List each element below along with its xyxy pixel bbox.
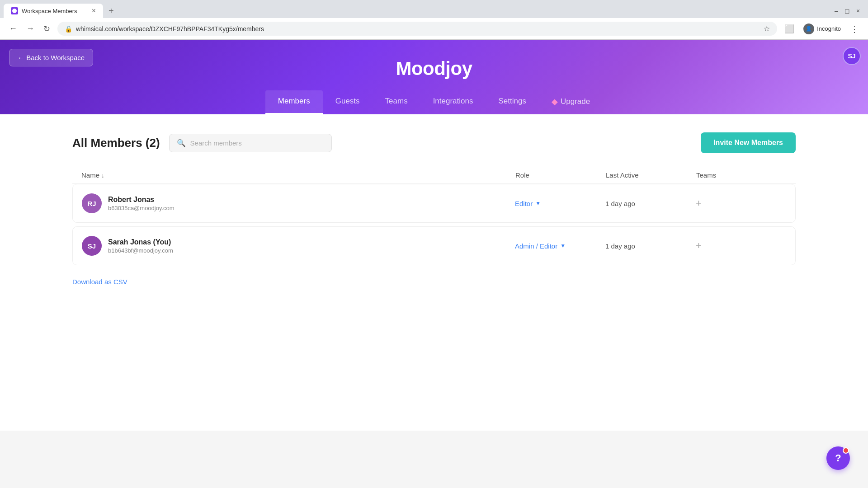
- tab-bar: Workspace Members × + – ◻ ×: [0, 0, 868, 18]
- back-label: ← Back to Workspace: [18, 54, 85, 61]
- forward-button[interactable]: →: [24, 22, 36, 35]
- search-box[interactable]: 🔍: [169, 134, 332, 152]
- upgrade-label: Upgrade: [561, 97, 590, 106]
- invite-new-members-button[interactable]: Invite New Members: [701, 132, 796, 153]
- member-name-sj: Sarah Jonas (You): [108, 238, 173, 246]
- help-button[interactable]: ?: [826, 446, 850, 470]
- header: ← Back to Workspace SJ Moodjoy Members G…: [0, 40, 868, 114]
- members-title: All Members (2): [72, 136, 160, 150]
- minimize-button[interactable]: –: [832, 6, 841, 15]
- active-tab[interactable]: Workspace Members ×: [4, 4, 103, 18]
- col-header-last-active: Last Active: [606, 171, 696, 179]
- help-label: ?: [835, 452, 841, 464]
- tab-guests[interactable]: Guests: [323, 90, 373, 114]
- avatar-initials-rj: RJ: [87, 200, 96, 207]
- avatar-sj: SJ: [82, 236, 102, 256]
- member-last-active-rj: 1 day ago: [605, 200, 696, 207]
- incognito-icon: 👤: [803, 23, 814, 34]
- reload-button[interactable]: ↻: [42, 22, 52, 36]
- workspace-title: Moodjoy: [0, 40, 868, 80]
- diamond-icon: ◆: [552, 97, 558, 107]
- tab-members[interactable]: Members: [265, 90, 323, 114]
- tab-close-button[interactable]: ×: [92, 7, 96, 14]
- member-email-sj: b1b643bf@moodjoy.com: [108, 247, 173, 254]
- add-team-button-rj[interactable]: +: [696, 197, 702, 209]
- table-header: Name ↓ Role Last Active Teams: [72, 167, 796, 184]
- download-csv-link[interactable]: Download as CSV: [72, 278, 127, 286]
- member-role-sj[interactable]: Admin / Editor ▼: [515, 242, 605, 250]
- nav-tabs: Members Guests Teams Integrations Settin…: [0, 80, 868, 114]
- restore-button[interactable]: ◻: [843, 6, 852, 15]
- user-avatar-top[interactable]: SJ: [843, 47, 861, 65]
- member-email-rj: b63035ca@moodjoy.com: [108, 205, 175, 211]
- member-last-active-sj: 1 day ago: [605, 242, 696, 250]
- lock-icon: 🔒: [65, 25, 72, 33]
- reader-mode-button[interactable]: ⬜: [783, 22, 796, 36]
- tab-teams[interactable]: Teams: [373, 90, 420, 114]
- tab-integrations[interactable]: Integrations: [420, 90, 486, 114]
- url-text: whimsical.com/workspace/DZXCHF97hBPPAF34…: [76, 25, 760, 33]
- browser-menu-button[interactable]: ⋮: [848, 22, 861, 36]
- help-notification-badge: [843, 447, 849, 454]
- new-tab-button[interactable]: +: [105, 4, 118, 18]
- member-details-rj: Robert Jonas b63035ca@moodjoy.com: [108, 196, 175, 211]
- col-name-label: Name: [81, 171, 99, 179]
- search-input[interactable]: [190, 139, 324, 147]
- incognito-button[interactable]: 👤 Incognito: [800, 22, 844, 36]
- table-row: SJ Sarah Jonas (You) b1b643bf@moodjoy.co…: [72, 226, 796, 265]
- col-role-label: Role: [515, 171, 529, 179]
- role-label-sj: Admin / Editor: [515, 242, 557, 250]
- col-header-teams: Teams: [696, 171, 787, 179]
- table-row: RJ Robert Jonas b63035ca@moodjoy.com Edi…: [72, 184, 796, 223]
- incognito-label: Incognito: [817, 25, 841, 32]
- back-to-workspace-button[interactable]: ← Back to Workspace: [9, 49, 93, 66]
- member-name-rj: Robert Jonas: [108, 196, 175, 204]
- browser-chrome: Workspace Members × + – ◻ × ← → ↻ 🔒 whim…: [0, 0, 868, 40]
- tab-upgrade[interactable]: ◆ Upgrade: [539, 90, 603, 114]
- members-header: All Members (2) 🔍 Invite New Members: [72, 132, 796, 153]
- member-teams-sj: +: [696, 240, 786, 252]
- role-chevron-icon-rj: ▼: [535, 200, 541, 206]
- main-content: All Members (2) 🔍 Invite New Members Nam…: [0, 114, 868, 431]
- col-header-name[interactable]: Name ↓: [81, 171, 515, 179]
- tab-title: Workspace Members: [22, 8, 88, 14]
- tab-settings[interactable]: Settings: [486, 90, 538, 114]
- add-team-button-sj[interactable]: +: [696, 240, 702, 252]
- member-info-rj: RJ Robert Jonas b63035ca@moodjoy.com: [82, 193, 515, 213]
- window-controls: – ◻ ×: [832, 6, 868, 15]
- role-label-rj: Editor: [515, 200, 533, 207]
- member-role-rj[interactable]: Editor ▼: [515, 200, 605, 207]
- tab-favicon: [11, 7, 18, 14]
- member-info-sj: SJ Sarah Jonas (You) b1b643bf@moodjoy.co…: [82, 236, 515, 256]
- close-window-button[interactable]: ×: [854, 6, 863, 15]
- col-header-role: Role: [515, 171, 606, 179]
- member-teams-rj: +: [696, 197, 786, 209]
- search-icon: 🔍: [177, 139, 186, 147]
- member-details-sj: Sarah Jonas (You) b1b643bf@moodjoy.com: [108, 238, 173, 254]
- col-last-active-label: Last Active: [606, 171, 639, 179]
- avatar-initials-sj: SJ: [88, 242, 96, 250]
- browser-actions: ⬜ 👤 Incognito ⋮: [783, 22, 861, 36]
- address-bar: ← → ↻ 🔒 whimsical.com/workspace/DZXCHF97…: [0, 18, 868, 40]
- user-initials: SJ: [848, 52, 855, 60]
- url-bar[interactable]: 🔒 whimsical.com/workspace/DZXCHF97hBPPAF…: [57, 22, 777, 36]
- bookmark-icon[interactable]: ☆: [764, 24, 770, 33]
- page: ← Back to Workspace SJ Moodjoy Members G…: [0, 40, 868, 488]
- sort-arrow-icon: ↓: [101, 172, 104, 179]
- back-button[interactable]: ←: [7, 22, 19, 35]
- avatar-rj: RJ: [82, 193, 102, 213]
- col-teams-label: Teams: [696, 171, 716, 179]
- role-chevron-icon-sj: ▼: [560, 243, 566, 249]
